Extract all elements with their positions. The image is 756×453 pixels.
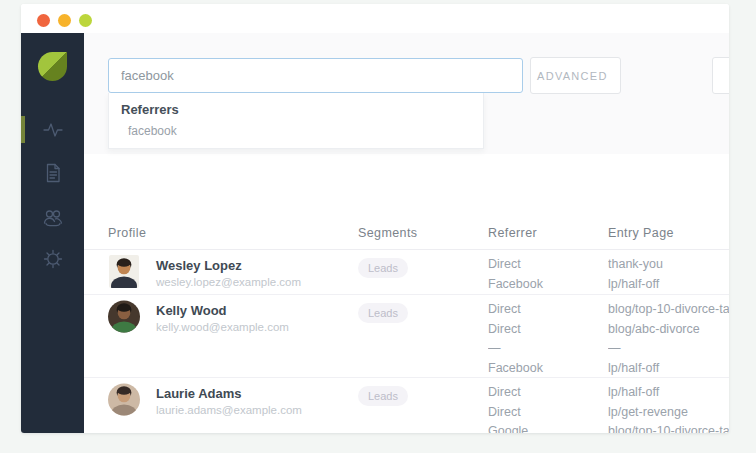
referrer-value: Direct bbox=[488, 385, 608, 405]
referrer-value: Facebook bbox=[488, 277, 608, 295]
profile-cell: Laurie Adamslaurie.adams@example.com bbox=[108, 378, 358, 433]
sidebar-item-people[interactable] bbox=[21, 194, 84, 237]
profile-cell: Wesley Lopezwesley.lopez@example.com bbox=[108, 250, 358, 294]
segment-badge: Leads bbox=[358, 303, 408, 323]
main-area: ADVANCED Referrers facebook ProfileSegme… bbox=[84, 33, 729, 433]
entry-page-value: lp/half-off bbox=[608, 277, 729, 295]
leaf-logo-icon[interactable] bbox=[38, 52, 67, 81]
profile-email: kelly.wood@example.com bbox=[156, 321, 289, 333]
avatar bbox=[108, 383, 140, 416]
entry-page-value: lp/half-off bbox=[608, 361, 729, 378]
referrer-value: Direct bbox=[488, 302, 608, 322]
profile-row[interactable]: Laurie Adamslaurie.adams@example.comLead… bbox=[84, 378, 729, 433]
sidebar-item-settings[interactable] bbox=[21, 237, 84, 280]
avatar bbox=[108, 255, 140, 288]
app-body: ADVANCED Referrers facebook ProfileSegme… bbox=[21, 33, 729, 433]
referrer-value: Facebook bbox=[488, 361, 608, 378]
profile-row[interactable]: Kelly Woodkelly.wood@example.comLeadsDir… bbox=[84, 295, 729, 378]
referrer-value: Direct bbox=[488, 257, 608, 277]
active-indicator bbox=[21, 116, 25, 143]
referrer-value: Direct bbox=[488, 322, 608, 342]
avatar bbox=[108, 300, 140, 333]
column-header: Profile bbox=[108, 226, 358, 249]
profile-email: wesley.lopez@example.com bbox=[156, 276, 301, 288]
suggestion-group-label: Referrers bbox=[121, 102, 483, 117]
profile-info: Laurie Adamslaurie.adams@example.com bbox=[156, 383, 302, 433]
window-close-button[interactable] bbox=[37, 14, 50, 27]
entry-page-cell: blog/top-10-divorce-tacticsblog/abc-divo… bbox=[608, 295, 729, 377]
entry-page-value: lp/half-off bbox=[608, 385, 729, 405]
sidebar bbox=[21, 33, 84, 433]
profile-name: Laurie Adams bbox=[156, 386, 302, 401]
search-header-section: ADVANCED Referrers facebook bbox=[84, 33, 729, 155]
sidebar-nav bbox=[21, 108, 84, 280]
table-header-row: ProfileSegmentsReferrerEntry Page bbox=[84, 196, 729, 250]
activity-icon bbox=[41, 119, 65, 141]
segment-badge: Leads bbox=[358, 258, 408, 278]
gear-icon bbox=[42, 248, 64, 270]
sidebar-item-documents[interactable] bbox=[21, 151, 84, 194]
search-suggestions-dropdown: Referrers facebook bbox=[108, 93, 484, 149]
profile-name: Wesley Lopez bbox=[156, 258, 301, 273]
profiles-table: ProfileSegmentsReferrerEntry Page Wesley… bbox=[84, 154, 729, 433]
suggestion-item[interactable]: facebook bbox=[128, 124, 483, 138]
app-window: ADVANCED Referrers facebook ProfileSegme… bbox=[21, 4, 729, 433]
search-input[interactable] bbox=[108, 58, 523, 93]
profile-email: laurie.adams@example.com bbox=[156, 404, 302, 416]
entry-page-value: blog/top-10-divorce-tactics bbox=[608, 302, 729, 322]
referrer-value: — bbox=[488, 341, 608, 361]
segments-cell: Leads bbox=[358, 378, 488, 433]
referrer-cell: DirectDirect—Facebook bbox=[488, 295, 608, 377]
profile-cell: Kelly Woodkelly.wood@example.com bbox=[108, 295, 358, 377]
window-minimize-button[interactable] bbox=[58, 14, 71, 27]
entry-page-value: — bbox=[608, 341, 729, 361]
people-icon bbox=[41, 205, 65, 227]
referrer-value: Google bbox=[488, 424, 608, 433]
sidebar-item-activity[interactable] bbox=[21, 108, 84, 151]
entry-page-cell: thank-youlp/half-off bbox=[608, 250, 729, 294]
segment-badge: Leads bbox=[358, 386, 408, 406]
profile-row[interactable]: Wesley Lopezwesley.lopez@example.comLead… bbox=[84, 250, 729, 295]
window-titlebar bbox=[21, 4, 729, 33]
entry-page-cell: lp/half-offlp/get-revengeblog/top-10-div… bbox=[608, 378, 729, 433]
column-header: Referrer bbox=[488, 226, 608, 249]
table-body: Wesley Lopezwesley.lopez@example.comLead… bbox=[84, 250, 729, 433]
column-header: Entry Page bbox=[608, 226, 729, 249]
profile-info: Wesley Lopezwesley.lopez@example.com bbox=[156, 255, 301, 294]
document-icon bbox=[42, 162, 64, 184]
referrer-cell: DirectDirectGoogle bbox=[488, 378, 608, 433]
referrer-value: Direct bbox=[488, 405, 608, 425]
profile-info: Kelly Woodkelly.wood@example.com bbox=[156, 300, 289, 377]
segments-cell: Leads bbox=[358, 295, 488, 377]
entry-page-value: blog/abc-divorce bbox=[608, 322, 729, 342]
window-zoom-button[interactable] bbox=[79, 14, 92, 27]
advanced-button[interactable]: ADVANCED bbox=[530, 57, 621, 94]
referrer-cell: DirectFacebook bbox=[488, 250, 608, 294]
entry-page-value: lp/get-revenge bbox=[608, 405, 729, 425]
profile-name: Kelly Wood bbox=[156, 303, 289, 318]
entry-page-value: blog/top-10-divorce-tactics bbox=[608, 424, 729, 433]
advanced-button-label: ADVANCED bbox=[537, 70, 608, 82]
partial-right-button[interactable] bbox=[712, 57, 729, 94]
entry-page-value: thank-you bbox=[608, 257, 729, 277]
segments-cell: Leads bbox=[358, 250, 488, 294]
column-header: Segments bbox=[358, 226, 488, 249]
